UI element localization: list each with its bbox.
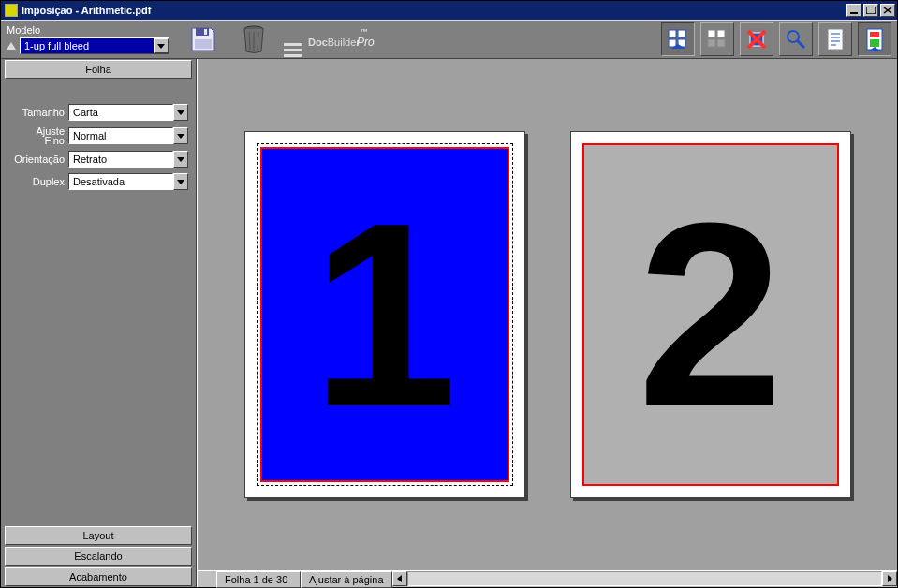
scroll-left-button[interactable] (392, 571, 407, 586)
svg-rect-6 (204, 29, 207, 35)
svg-rect-32 (870, 32, 879, 37)
close-button[interactable] (880, 4, 895, 17)
model-label: Modelo (7, 24, 40, 36)
svg-rect-7 (195, 39, 212, 49)
orient-label: Orientação (7, 154, 68, 165)
scroll-right-button[interactable] (882, 571, 897, 586)
svg-marker-35 (397, 575, 402, 582)
svg-rect-0 (850, 12, 858, 14)
svg-line-25 (797, 40, 804, 48)
app-icon (5, 4, 18, 17)
duplex-label: Duplex (7, 177, 68, 187)
maximize-button[interactable] (863, 4, 878, 17)
zoom-tool-button[interactable] (779, 22, 813, 56)
status-sheet-cell: Folha 1 de 30 (216, 571, 301, 588)
tamanho-field[interactable]: Carta (68, 104, 188, 121)
document-tool-button[interactable] (858, 22, 891, 56)
tamanho-dropdown-button[interactable] (173, 104, 188, 121)
svg-rect-33 (870, 39, 879, 47)
svg-rect-13 (678, 30, 685, 37)
titlebar: Imposição - Arithmetic.pdf (1, 1, 897, 20)
orient-field[interactable]: Retrato (68, 151, 188, 168)
save-icon[interactable] (186, 22, 220, 56)
canvas-area: 1 2 Folha 1 de 30 Ajustar à página (197, 59, 897, 587)
view-mode-grid-button[interactable] (661, 22, 695, 56)
app-window: Imposição - Arithmetic.pdf Modelo 1-up f… (0, 0, 898, 588)
sheet-page-2[interactable]: 2 (570, 131, 851, 498)
status-zoom-cell: Ajustar à página (301, 571, 392, 588)
duplex-dropdown-button[interactable] (173, 173, 188, 190)
svg-marker-36 (888, 575, 892, 582)
page-number-2: 2 (638, 184, 784, 446)
minimize-button[interactable] (846, 4, 861, 17)
trash-icon[interactable] (237, 22, 271, 56)
ajuste-dropdown-button[interactable] (173, 127, 188, 144)
svg-rect-18 (717, 30, 725, 37)
section-acabamento-button[interactable]: Acabamento (5, 567, 192, 586)
sidebar: Folha Tamanho Carta AjusteFino Normal (1, 59, 197, 587)
canvas-view[interactable]: 1 2 (198, 59, 897, 570)
body: Folha Tamanho Carta AjusteFino Normal (1, 59, 897, 587)
section-folha-button[interactable]: Folha (5, 60, 192, 79)
page-tool-button[interactable] (818, 22, 852, 56)
model-combo-value: 1-up full bleed (24, 40, 89, 51)
status-bar: Folha 1 de 30 Ajustar à página (198, 570, 897, 587)
svg-rect-17 (708, 30, 715, 37)
svg-rect-26 (828, 29, 843, 50)
ajuste-label: AjusteFino (7, 126, 68, 145)
orient-dropdown-button[interactable] (173, 151, 188, 168)
collapse-panel-icon[interactable] (7, 42, 16, 50)
section-layout-button[interactable]: Layout (5, 526, 192, 545)
delete-tool-button[interactable] (740, 22, 773, 56)
page-number-1: 1 (312, 184, 458, 446)
model-combo-button[interactable] (154, 38, 169, 53)
model-combo[interactable]: 1-up full bleed (20, 37, 169, 54)
toolbar: Modelo 1-up full bleed (1, 20, 897, 59)
section-escalando-button[interactable]: Escalando (5, 547, 192, 566)
svg-rect-14 (669, 39, 676, 47)
sheet-page-1[interactable]: 1 (244, 131, 525, 498)
brand-logo: DocBuilder™ Pro (284, 22, 375, 57)
svg-rect-12 (669, 30, 676, 37)
svg-rect-19 (708, 39, 715, 47)
svg-rect-20 (717, 39, 725, 47)
window-title: Imposição - Arithmetic.pdf (22, 5, 151, 16)
ajuste-field[interactable]: Normal (68, 127, 188, 144)
tamanho-label: Tamanho (7, 108, 68, 118)
duplex-field[interactable]: Desativada (68, 173, 188, 190)
horizontal-scrollbar[interactable] (407, 571, 883, 586)
view-mode-alt-button[interactable] (700, 22, 734, 56)
svg-rect-1 (866, 7, 876, 14)
